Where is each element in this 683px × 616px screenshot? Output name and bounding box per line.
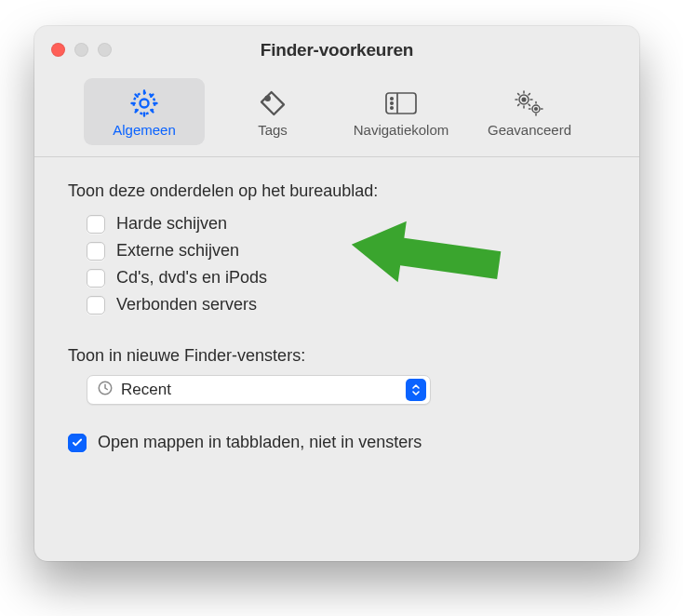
checkbox[interactable]: [68, 434, 87, 452]
minimize-window-button[interactable]: [74, 43, 88, 57]
tag-icon: [258, 87, 288, 120]
option-hard-disks[interactable]: Harde schijven: [68, 210, 606, 237]
tab-sidebar[interactable]: Navigatiekolom: [341, 78, 462, 145]
chevron-updown-icon: [406, 379, 426, 401]
option-open-in-tabs[interactable]: Open mappen in tabbladen, niet in venste…: [68, 433, 606, 452]
desktop-items-label: Toon deze onderdelen op het bureaublad:: [68, 181, 606, 201]
svg-point-9: [522, 98, 526, 101]
tab-advanced[interactable]: Geavanceerd: [469, 78, 590, 145]
option-label: Open mappen in tabbladen, niet in venste…: [98, 433, 422, 452]
option-connected-servers[interactable]: Verbonden servers: [68, 291, 606, 318]
svg-point-2: [266, 96, 270, 100]
option-label: Cd's, dvd's en iPods: [116, 268, 267, 288]
checkbox[interactable]: [87, 215, 105, 234]
select-value: Recent: [121, 381, 398, 399]
tab-label: Navigatiekolom: [354, 122, 449, 138]
svg-point-0: [140, 99, 148, 107]
content-panel: Toon deze onderdelen op het bureaublad: …: [34, 157, 639, 480]
sidebar-icon: [384, 87, 418, 120]
tabs-toolbar: Algemeen Tags Navigatieko: [34, 74, 639, 157]
option-label: Harde schijven: [116, 214, 227, 234]
option-label: Externe schijven: [116, 241, 239, 261]
zoom-window-button[interactable]: [98, 43, 112, 57]
tab-tags[interactable]: Tags: [212, 78, 333, 145]
checkbox[interactable]: [87, 269, 105, 288]
svg-point-7: [391, 106, 393, 108]
svg-point-11: [535, 107, 538, 110]
option-external-disks[interactable]: Externe schijven: [68, 237, 606, 264]
titlebar: Finder-voorkeuren: [34, 26, 639, 74]
gear-icon: [128, 87, 160, 120]
checkbox[interactable]: [87, 296, 105, 315]
new-windows-select[interactable]: Recent: [87, 375, 431, 405]
tab-label: Algemeen: [113, 122, 176, 138]
gears-icon: [513, 87, 546, 120]
checkbox[interactable]: [87, 242, 105, 261]
window-controls: [51, 43, 112, 57]
preferences-window: Finder-voorkeuren Algemeen Tags: [34, 26, 639, 561]
tab-label: Geavanceerd: [488, 122, 571, 138]
tab-general[interactable]: Algemeen: [84, 78, 205, 145]
svg-point-5: [391, 97, 393, 99]
option-label: Verbonden servers: [116, 295, 257, 315]
window-title: Finder-voorkeuren: [34, 40, 639, 60]
new-windows-label: Toon in nieuwe Finder-vensters:: [68, 346, 606, 366]
clock-icon: [97, 380, 114, 401]
svg-point-6: [391, 101, 393, 103]
tab-label: Tags: [258, 122, 288, 138]
option-cds-dvds-ipods[interactable]: Cd's, dvd's en iPods: [68, 264, 606, 291]
close-window-button[interactable]: [51, 43, 65, 57]
